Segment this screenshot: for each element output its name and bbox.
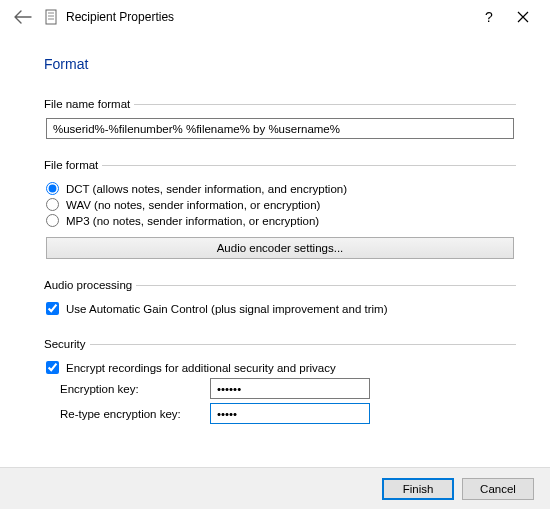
close-icon — [517, 11, 529, 23]
filename-format-legend: File name format — [44, 98, 134, 110]
radio-dct-input[interactable] — [46, 182, 59, 195]
radio-mp3[interactable]: MP3 (no notes, sender information, or en… — [46, 214, 514, 227]
audio-processing-group: Audio processing Use Automatic Gain Cont… — [44, 279, 516, 324]
back-button[interactable] — [12, 6, 34, 28]
encryption-key-input[interactable] — [210, 378, 370, 399]
radio-wav-input[interactable] — [46, 198, 59, 211]
window-title: Recipient Properties — [66, 10, 174, 24]
title-bar: Recipient Properties ? — [0, 0, 550, 34]
page-heading: Format — [44, 56, 516, 72]
retype-key-label: Re-type encryption key: — [60, 408, 210, 420]
app-icon — [44, 9, 60, 25]
svg-rect-0 — [46, 10, 56, 24]
help-button[interactable]: ? — [472, 3, 506, 31]
close-button[interactable] — [506, 3, 540, 31]
encrypt-checkbox[interactable] — [46, 361, 59, 374]
agc-label: Use Automatic Gain Control (plus signal … — [66, 303, 388, 315]
radio-dct-label: DCT (allows notes, sender information, a… — [66, 183, 347, 195]
footer-bar: Finish Cancel — [0, 467, 550, 509]
file-format-group: File format DCT (allows notes, sender in… — [44, 159, 516, 265]
radio-mp3-label: MP3 (no notes, sender information, or en… — [66, 215, 319, 227]
encrypt-label: Encrypt recordings for additional securi… — [66, 362, 336, 374]
agc-checkbox[interactable] — [46, 302, 59, 315]
encryption-key-row: Encryption key: — [60, 378, 514, 399]
finish-button[interactable]: Finish — [382, 478, 454, 500]
security-group: Security Encrypt recordings for addition… — [44, 338, 516, 434]
radio-wav[interactable]: WAV (no notes, sender information, or en… — [46, 198, 514, 211]
encrypt-check-row[interactable]: Encrypt recordings for additional securi… — [46, 361, 514, 374]
security-legend: Security — [44, 338, 90, 350]
retype-key-input[interactable] — [210, 403, 370, 424]
filename-format-group: File name format — [44, 98, 516, 145]
cancel-button[interactable]: Cancel — [462, 478, 534, 500]
back-arrow-icon — [14, 10, 32, 24]
radio-wav-label: WAV (no notes, sender information, or en… — [66, 199, 320, 211]
agc-check-row[interactable]: Use Automatic Gain Control (plus signal … — [46, 302, 514, 315]
radio-dct[interactable]: DCT (allows notes, sender information, a… — [46, 182, 514, 195]
audio-encoder-settings-button[interactable]: Audio encoder settings... — [46, 237, 514, 259]
radio-mp3-input[interactable] — [46, 214, 59, 227]
encryption-key-label: Encryption key: — [60, 383, 210, 395]
filename-format-input[interactable] — [46, 118, 514, 139]
file-format-legend: File format — [44, 159, 102, 171]
help-icon: ? — [485, 9, 493, 25]
content-area: Format File name format File format DCT … — [0, 34, 550, 434]
retype-key-row: Re-type encryption key: — [60, 403, 514, 424]
audio-processing-legend: Audio processing — [44, 279, 136, 291]
